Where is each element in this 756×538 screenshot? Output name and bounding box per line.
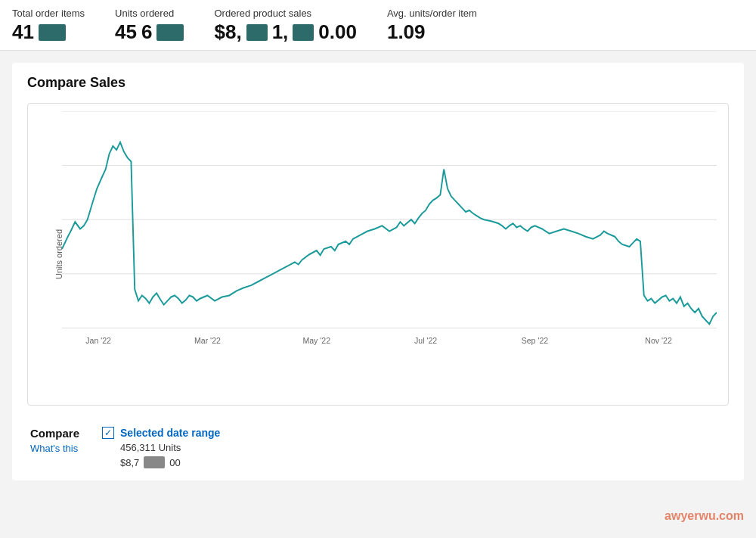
stat-ops-part2: 1, [272, 20, 289, 44]
stat-ops-badge1 [246, 24, 268, 41]
stats-bar: Total order items 41 Units ordered 45 6 … [0, 0, 756, 51]
stat-total-order-items-number: 41 [12, 20, 34, 44]
legend-checkbox[interactable]: ✓ [102, 427, 114, 439]
stat-units-ordered-badge [156, 24, 184, 41]
stat-units-ordered-number: 45 [115, 20, 137, 44]
stat-units-ordered-value: 45 6 [115, 20, 184, 44]
compare-sales-section: Compare Sales Units ordered 0 1k 2k 3k 4… [12, 63, 744, 480]
svg-text:Sep '22: Sep '22 [522, 336, 549, 345]
compare-title: Compare [30, 427, 79, 440]
stat-avg-units-label: Avg. units/order item [387, 8, 477, 19]
svg-text:Jan '22: Jan '22 [85, 336, 111, 345]
legend-sales-prefix: $8,7 [120, 457, 139, 468]
legend-box: ✓ Selected date range 456,311 Units $8,7… [102, 427, 220, 468]
chart-line [62, 142, 717, 324]
svg-text:Jul '22: Jul '22 [414, 336, 437, 345]
stat-total-order-items-label: Total order items [12, 8, 85, 19]
main-content: Compare Sales Units ordered 0 1k 2k 3k 4… [0, 51, 756, 493]
svg-text:Nov '22: Nov '22 [645, 336, 672, 345]
whats-this-link[interactable]: What's this [30, 443, 79, 454]
stat-ops-part1: $8, [214, 20, 241, 44]
stat-ops-badge2 [293, 24, 314, 41]
checkmark-icon: ✓ [104, 428, 112, 438]
legend-sales-badge [144, 456, 165, 468]
chart-svg: 0 1k 2k 3k 4k Jan '22 Mar '22 May '22 Ju… [62, 111, 717, 382]
legend-sales-row: $8,7 00 [120, 456, 220, 468]
stat-units-ordered-extra: 6 [141, 20, 152, 44]
stat-ordered-product-sales-label: Ordered product sales [214, 8, 356, 19]
watermark: awyerwu.com [665, 509, 744, 523]
stat-ops-part3: 0.00 [318, 20, 357, 44]
legend-units: 456,311 Units [120, 442, 220, 453]
stat-avg-units-value: 1.09 [387, 20, 477, 44]
stat-avg-units-number: 1.09 [387, 20, 426, 44]
compare-bottom: Compare What's this ✓ Selected date rang… [27, 421, 729, 468]
legend-date-label: Selected date range [120, 427, 220, 439]
section-title: Compare Sales [27, 75, 729, 91]
compare-label-block: Compare What's this [30, 427, 79, 454]
stat-avg-units: Avg. units/order item 1.09 [387, 8, 477, 44]
stat-units-ordered: Units ordered 45 6 [115, 8, 184, 44]
stat-total-order-items-badge [39, 24, 66, 41]
stat-units-ordered-label: Units ordered [115, 8, 184, 19]
stat-total-order-items-value: 41 [12, 20, 85, 44]
legend-sales-suffix: 00 [169, 457, 180, 468]
svg-text:Mar '22: Mar '22 [194, 336, 221, 345]
svg-text:May '22: May '22 [302, 336, 330, 345]
legend-date-range-item: ✓ Selected date range [102, 427, 220, 439]
stat-ordered-product-sales-value: $8, 1, 0.00 [214, 20, 356, 44]
stat-total-order-items: Total order items 41 [12, 8, 85, 44]
stat-ordered-product-sales: Ordered product sales $8, 1, 0.00 [214, 8, 356, 44]
chart-container: Units ordered 0 1k 2k 3k 4k Jan '22 Mar … [27, 103, 729, 406]
